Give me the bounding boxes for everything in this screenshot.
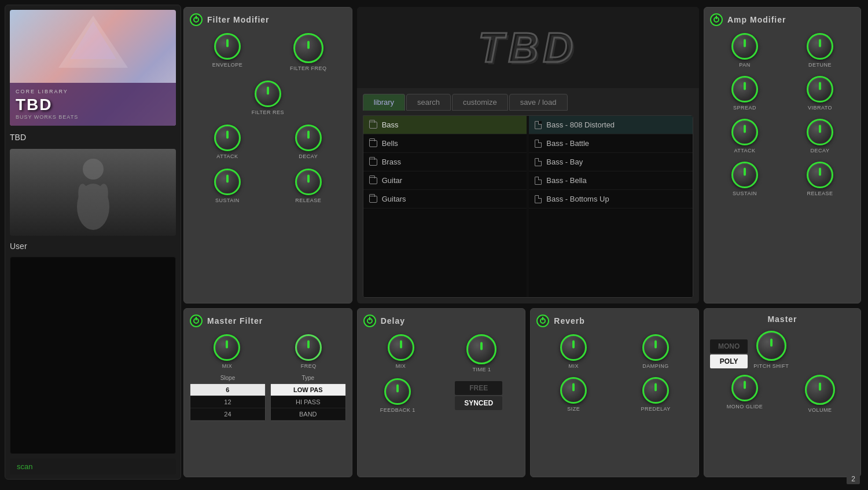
delay-synced-btn[interactable]: SYNCED — [455, 396, 502, 410]
item-label-bay: Bass - Bay — [546, 158, 583, 166]
reverb-knob-size: SIZE — [560, 377, 587, 412]
poly-button[interactable]: POLY — [710, 354, 748, 368]
type-item-lowpass[interactable]: LOW PAS — [271, 384, 345, 396]
amp-attack-knob[interactable] — [731, 119, 758, 145]
filter-freq-label: FILTER FREQ — [290, 65, 326, 71]
knob-release: RELEASE — [295, 169, 322, 203]
volume-label: VOLUME — [808, 407, 832, 413]
vibrato-label: VIBRATO — [808, 105, 832, 111]
release-label: RELEASE — [295, 198, 321, 203]
knob-vibrato: VIBRATO — [807, 76, 833, 111]
delay-header: Delay — [363, 315, 520, 327]
filter-modifier-header: Filter Modifier — [190, 13, 346, 26]
reverb-size-knob[interactable] — [560, 377, 587, 404]
user-label: User — [10, 240, 176, 252]
knob-decay: DECAY — [295, 125, 322, 159]
type-item-hipass[interactable]: HI PASS — [271, 396, 345, 408]
album-title: TBD — [16, 96, 170, 114]
amp-modifier-power[interactable] — [710, 13, 723, 26]
amp-sustain-label: SUSTAIN — [733, 191, 757, 196]
filter-modifier-power[interactable] — [190, 13, 203, 26]
folder-icon-bass — [369, 122, 377, 129]
list-item-bells[interactable]: Bells — [363, 134, 527, 153]
master-filter-power[interactable] — [190, 315, 203, 327]
reverb-power[interactable] — [536, 315, 549, 327]
list-item-brass[interactable]: Brass — [363, 153, 527, 171]
reverb-predelay-knob[interactable] — [642, 377, 669, 404]
delay-knob-time1: TIME 1 — [466, 334, 496, 372]
reverb-mix-label: MIX — [568, 363, 579, 369]
tab-search[interactable]: search — [406, 94, 451, 111]
list-item-bay[interactable]: Bass - Bay — [529, 153, 693, 171]
reverb-knob-damping: DAMPING — [642, 334, 669, 369]
knob-sustain: SUSTAIN — [214, 169, 241, 203]
tab-library[interactable]: library — [363, 94, 405, 111]
volume-knob[interactable] — [805, 375, 835, 405]
scan-button[interactable]: scan — [10, 459, 176, 474]
spread-knob[interactable] — [731, 76, 758, 103]
amp-release-knob[interactable] — [807, 162, 833, 188]
delay-feedback-container: FEEDBACK 1 — [380, 378, 415, 413]
knob-amp-release: RELEASE — [807, 162, 833, 196]
release-knob[interactable] — [295, 169, 322, 195]
mf-mix-knob[interactable] — [214, 334, 240, 361]
delay-title: Delay — [381, 316, 405, 326]
type-item-band[interactable]: BAND — [271, 408, 345, 420]
type-list: LOW PAS HI PASS BAND — [270, 383, 346, 421]
amp-sustain-knob[interactable] — [731, 162, 758, 188]
list-item-guitar[interactable]: Guitar — [363, 171, 527, 190]
slope-item-12[interactable]: 12 — [190, 396, 265, 408]
delay-power[interactable] — [363, 315, 376, 327]
amp-decay-knob[interactable] — [807, 119, 833, 145]
delay-time1-knob[interactable] — [466, 334, 496, 364]
file-icon-bella — [535, 177, 542, 185]
reverb-power-icon — [540, 318, 546, 324]
mf-freq-knob[interactable] — [295, 334, 322, 361]
envelope-knob[interactable] — [214, 33, 241, 60]
pitch-shift-knob[interactable] — [756, 331, 786, 361]
master-filter-header: Master Filter — [190, 315, 346, 327]
mono-button[interactable]: MONO — [710, 339, 748, 353]
slope-list: 6 12 24 — [190, 383, 266, 421]
delay-free-btn[interactable]: FREE — [455, 381, 502, 395]
detune-knob[interactable] — [807, 33, 833, 60]
attack-knob[interactable] — [214, 125, 241, 151]
envelope-label: ENVELOPE — [212, 62, 243, 68]
tab-save-load[interactable]: save / load — [509, 94, 568, 111]
main-container: CORE LIBRARY TBD BUSY WORKS BEATS TBD Us… — [0, 0, 868, 490]
list-item-battle[interactable]: Bass - Battle — [529, 134, 693, 153]
filter-res-knob[interactable] — [255, 81, 281, 107]
delay-feedback-knob[interactable] — [384, 378, 411, 405]
knob-pan: PAN — [731, 33, 758, 68]
pan-knob[interactable] — [731, 33, 758, 60]
folder-icon-guitars — [369, 196, 377, 203]
detune-label: DETUNE — [808, 62, 832, 68]
decay-knob[interactable] — [295, 125, 322, 151]
reverb-knob-mix: MIX — [560, 334, 587, 369]
knob-amp-attack: ATTACK — [731, 119, 758, 153]
reverb-damping-knob[interactable] — [642, 334, 669, 361]
slope-item-6[interactable]: 6 — [190, 384, 265, 396]
list-item-bottoms[interactable]: Bass - Bottoms Up — [529, 190, 693, 209]
list-item-guitars[interactable]: Guitars — [363, 190, 527, 209]
vibrato-knob[interactable] — [807, 76, 833, 103]
reverb-mix-knob[interactable] — [560, 334, 587, 361]
sustain-knob[interactable] — [214, 169, 241, 195]
amp-attack-label: ATTACK — [734, 148, 755, 153]
slope-item-24[interactable]: 24 — [190, 408, 265, 420]
knob-envelope: ENVELOPE — [212, 33, 243, 71]
sustain-label: SUSTAIN — [215, 198, 240, 203]
list-item-bass[interactable]: Bass — [363, 116, 527, 134]
knob-filter-freq: FILTER FREQ — [290, 33, 326, 71]
reverb-title: Reverb — [554, 316, 584, 326]
delay-mix-knob[interactable] — [388, 334, 414, 361]
mono-glide-knob[interactable] — [731, 375, 758, 401]
reverb-knobs: MIX DAMPING SIZE PREDELAY — [536, 334, 693, 412]
list-item-808[interactable]: Bass - 808 Distorted — [529, 116, 693, 134]
tab-customize[interactable]: customize — [452, 94, 508, 111]
item-label-bottoms: Bass - Bottoms Up — [546, 195, 609, 203]
mf-knob-freq: FREQ — [295, 334, 322, 369]
list-item-bella[interactable]: Bass - Bella — [529, 171, 693, 190]
filter-freq-knob[interactable] — [293, 33, 323, 63]
mf-mix-label: MIX — [222, 363, 233, 369]
